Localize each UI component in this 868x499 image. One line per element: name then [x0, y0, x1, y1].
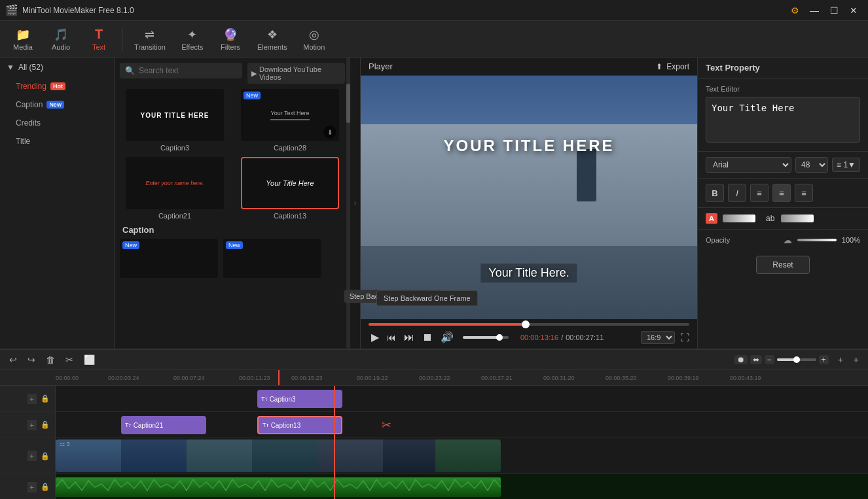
sidebar-item-trending[interactable]: Trending Hot — [0, 77, 114, 95]
add-track-left[interactable]: + — [834, 353, 847, 367]
video-track-area: ⚏ 3 — [56, 438, 868, 473]
video-main-title: YOUR TITLE HERE — [443, 137, 614, 155]
video-thumb — [187, 439, 252, 472]
opacity-row: Opacity ☁ 100% — [698, 230, 868, 250]
progress-bar[interactable] — [369, 323, 689, 326]
maximize-button[interactable]: ☐ — [825, 4, 843, 17]
record-button[interactable]: ⏺ — [734, 355, 748, 364]
text-editor-label: Text Editor — [706, 85, 860, 93]
settings-button[interactable]: ⚙ — [786, 4, 804, 17]
toolbar-transition[interactable]: ⇌ Transition — [128, 25, 172, 54]
collapse-button[interactable]: › — [350, 58, 361, 349]
list-item[interactable]: New — [120, 239, 218, 278]
track-lock-button[interactable]: 🔒 — [39, 481, 51, 492]
text-editor-textarea[interactable]: Your Title Here — [706, 97, 860, 143]
bold-button[interactable]: B — [706, 184, 724, 202]
fullscreen-button[interactable]: ⛶ — [680, 332, 689, 343]
redo-button[interactable]: ↪ — [24, 353, 39, 367]
track-lock-button[interactable]: 🔒 — [39, 393, 51, 404]
ruler-tick: 00:00:23:22 — [419, 375, 450, 381]
zoom-plus-button[interactable]: + — [819, 355, 829, 364]
list-style-button[interactable]: ≡ 1▼ — [832, 158, 860, 172]
content-panel: 🔍 ▶ Download YouTube Videos YOUR TITLE H… — [115, 58, 350, 349]
close-button[interactable]: ✕ — [844, 4, 863, 17]
export-button[interactable]: ⬆ Export — [656, 62, 689, 71]
track-lock-button[interactable]: 🔒 — [39, 451, 51, 462]
caption21-preview[interactable]: Enter your name here. — [126, 157, 224, 209]
crop-button[interactable]: ⬜ — [80, 353, 99, 367]
opacity-slider[interactable] — [797, 239, 837, 241]
align-right-button[interactable]: ≡ — [795, 184, 813, 202]
track-lock-button[interactable]: 🔒 — [39, 419, 51, 430]
download-youtube-button[interactable]: ▶ Download YouTube Videos — [247, 63, 345, 84]
text-color-swatch[interactable]: A — [706, 213, 717, 224]
align-center-button[interactable]: ≡ — [772, 184, 791, 202]
play-button[interactable]: ▶ — [369, 330, 382, 345]
track-row: + 🔒 ⚏ 3 — [0, 438, 868, 474]
minimize-button[interactable]: — — [805, 4, 823, 17]
scrollbar-thumb — [346, 84, 350, 123]
aspect-ratio-select[interactable]: 16:9 — [641, 331, 675, 344]
caption3-preview[interactable]: YOUR TITLE HERE — [126, 89, 224, 141]
sidebar-item-caption[interactable]: Caption New — [0, 95, 114, 114]
track-add-button[interactable]: + — [27, 420, 37, 430]
caption-clip[interactable]: Tт Caption21 — [121, 416, 206, 434]
list-item[interactable]: New Your Text Here ⬇ Caption28 — [235, 89, 345, 152]
player-title: Player — [369, 61, 393, 71]
toolbar-effects[interactable]: ✦ Effects — [175, 25, 210, 54]
search-icon: 🔍 — [125, 66, 135, 75]
track-add-button[interactable]: + — [27, 394, 37, 404]
caption-clip[interactable]: Tт Caption3 — [257, 390, 342, 408]
reset-button[interactable]: Reset — [756, 256, 809, 274]
next-frame-button[interactable]: ⏭ — [401, 330, 417, 345]
list-number: 1▼ — [843, 160, 856, 169]
zoom-slider[interactable] — [777, 358, 816, 361]
caption-clip-icon: Tт — [261, 396, 268, 402]
toolbar-motion[interactable]: ◎ Motion — [297, 25, 332, 54]
track-add-button[interactable]: + — [27, 482, 37, 492]
list-item[interactable]: Enter your name here. Caption21 — [120, 157, 230, 220]
search-input[interactable] — [139, 66, 237, 75]
right-panel: Text Property Text Editor Your Title Her… — [698, 58, 868, 349]
list-item[interactable]: YOUR TITLE HERE Caption3 — [120, 89, 230, 152]
zoom-minus-button[interactable]: − — [765, 355, 774, 364]
toolbar-media[interactable]: 📁 Media — [5, 25, 41, 54]
toolbar-filters[interactable]: 🔮 Filters — [213, 25, 248, 54]
content-scrollbar[interactable] — [346, 58, 350, 349]
track-add-button[interactable]: + — [27, 451, 37, 461]
window-controls: ⚙ — ☐ ✕ — [786, 4, 863, 17]
font-size-select[interactable]: 48 — [795, 157, 828, 173]
sidebar-item-credits[interactable]: Credits — [0, 114, 114, 132]
caption28-preview[interactable]: New Your Text Here ⬇ — [241, 89, 339, 141]
delete-button[interactable]: 🗑 — [42, 353, 59, 367]
lift-pole — [577, 149, 596, 201]
split-button[interactable]: ⬌ — [750, 355, 762, 364]
toolbar-audio[interactable]: 🎵 Audio — [43, 25, 79, 54]
align-left-button[interactable]: ≡ — [750, 184, 769, 202]
text-bg-gradient[interactable] — [781, 215, 814, 222]
stop-button[interactable]: ⏹ — [420, 330, 435, 345]
font-family-select[interactable]: Arial — [706, 157, 791, 173]
add-track-right[interactable]: + — [850, 353, 863, 367]
all-section-header[interactable]: ▼ All (52) — [0, 58, 114, 77]
toolbar-text[interactable]: T Text — [81, 24, 117, 54]
text-color-gradient[interactable] — [723, 215, 755, 222]
italic-button[interactable]: I — [728, 184, 746, 202]
volume-slider[interactable] — [463, 336, 509, 339]
opacity-icon: ☁ — [783, 235, 792, 245]
list-item[interactable]: Your Title Here Caption13 — [235, 157, 345, 220]
video-clip[interactable]: ⚏ 3 — [56, 439, 501, 472]
download-icon[interactable]: ⬇ — [323, 126, 336, 139]
caption13-preview[interactable]: Your Title Here — [241, 157, 339, 209]
prev-frame-button[interactable]: ⏮ Step Backward One Frame — [384, 331, 399, 344]
caption-clip[interactable]: Tт Caption13 — [257, 416, 342, 434]
toolbar-elements[interactable]: ❖ Elements — [251, 25, 294, 54]
sidebar-item-title[interactable]: Title — [0, 132, 114, 150]
cut-button[interactable]: ✂ — [62, 353, 77, 367]
list-icon: ≡ — [837, 160, 841, 169]
undo-button[interactable]: ↩ — [5, 353, 21, 367]
caption13-label: Caption13 — [235, 212, 345, 220]
search-bar[interactable]: 🔍 — [120, 63, 242, 78]
volume-button[interactable]: 🔊 — [438, 330, 456, 345]
list-item[interactable]: New — [223, 239, 321, 278]
